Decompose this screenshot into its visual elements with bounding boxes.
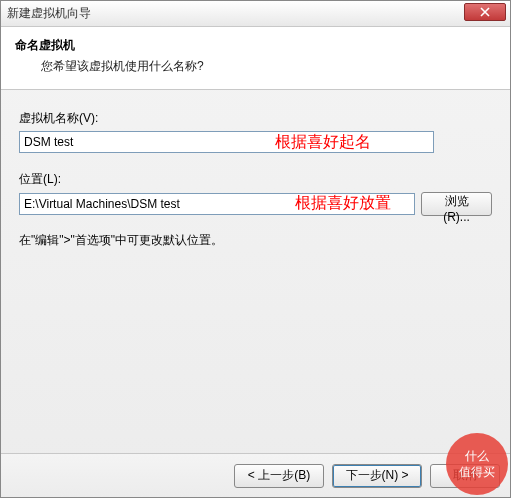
wizard-dialog: 新建虚拟机向导 命名虚拟机 您希望该虚拟机使用什么名称? 虚拟机名称(V): 根… <box>0 0 511 498</box>
vm-location-input[interactable] <box>19 193 415 215</box>
default-location-hint: 在"编辑">"首选项"中可更改默认位置。 <box>19 232 492 249</box>
header-title: 命名虚拟机 <box>15 37 496 54</box>
wizard-content: 虚拟机名称(V): 根据喜好起名 位置(L): 浏览(R)... 根据喜好放置 … <box>1 90 510 259</box>
vm-location-label: 位置(L): <box>19 171 492 188</box>
wizard-footer: < 上一步(B) 下一步(N) > 取消 <box>1 453 510 497</box>
wizard-header: 命名虚拟机 您希望该虚拟机使用什么名称? <box>1 27 510 90</box>
header-subtitle: 您希望该虚拟机使用什么名称? <box>15 58 496 75</box>
close-icon <box>480 7 490 17</box>
titlebar: 新建虚拟机向导 <box>1 1 510 27</box>
back-button[interactable]: < 上一步(B) <box>234 464 324 488</box>
window-title: 新建虚拟机向导 <box>7 5 91 22</box>
close-button[interactable] <box>464 3 506 21</box>
browse-button[interactable]: 浏览(R)... <box>421 192 492 216</box>
vm-name-input[interactable] <box>19 131 434 153</box>
cancel-button[interactable]: 取消 <box>430 464 500 488</box>
next-button[interactable]: 下一步(N) > <box>332 464 422 488</box>
vm-name-label: 虚拟机名称(V): <box>19 110 492 127</box>
